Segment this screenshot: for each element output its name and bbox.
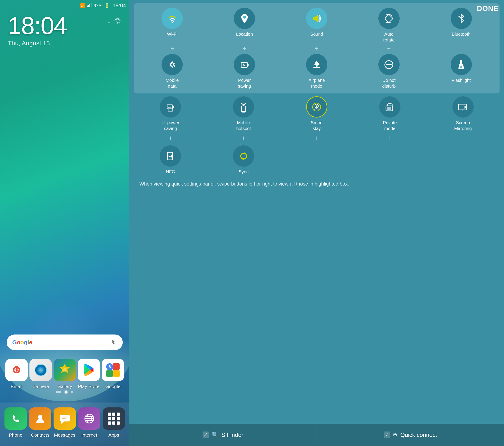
svg-rect-1 bbox=[88, 5, 89, 7]
upowersaving-toggle-icon: ... bbox=[160, 96, 181, 118]
plus-2[interactable]: + bbox=[231, 45, 258, 52]
dock-apps[interactable]: Apps bbox=[103, 407, 125, 438]
wifi-status-icon: 📶 bbox=[80, 3, 85, 8]
search-bar[interactable]: Google 🎙 bbox=[7, 335, 123, 350]
qs-autorotate[interactable]: Auto rotate bbox=[376, 8, 402, 43]
internet-label: Internet bbox=[81, 432, 97, 438]
qs-privatemode[interactable]: Private mode bbox=[376, 96, 403, 131]
plus-r3-4[interactable]: + bbox=[376, 135, 403, 142]
plus-r3-2[interactable]: + bbox=[230, 135, 257, 142]
qs-nfc[interactable]: NFC bbox=[157, 145, 184, 175]
playstore-icon bbox=[78, 359, 100, 381]
page-dot-2 bbox=[64, 391, 68, 394]
quickconnect-button[interactable]: ✓ ❄ Quick connect bbox=[317, 424, 504, 446]
upowersaving-label: U. power saving bbox=[162, 120, 179, 131]
qs-sound[interactable]: Sound bbox=[303, 8, 330, 37]
autorotate-toggle-icon bbox=[378, 8, 400, 29]
svg-text:G: G bbox=[115, 364, 117, 367]
sync-label: Sync bbox=[238, 169, 248, 175]
qs-flashlight[interactable]: Flashlight bbox=[448, 54, 475, 83]
page-dot-3 bbox=[71, 391, 73, 393]
microphone-icon[interactable]: 🎙 bbox=[111, 339, 117, 346]
svg-rect-19 bbox=[113, 370, 120, 377]
app-gallery[interactable]: Gallery bbox=[54, 359, 76, 389]
svg-point-14 bbox=[63, 368, 67, 372]
plus-1[interactable]: + bbox=[159, 45, 186, 52]
qs-donotdisturb[interactable]: Do not disturb bbox=[376, 54, 402, 89]
apps-label: Apps bbox=[108, 432, 119, 438]
svg-rect-62 bbox=[387, 107, 391, 110]
svg-rect-0 bbox=[87, 5, 88, 7]
google-app-label: Google bbox=[105, 384, 121, 389]
quickconnect-label: Quick connect bbox=[400, 431, 437, 438]
qs-smartstay[interactable]: Smart stay bbox=[303, 96, 330, 131]
svg-text:@: @ bbox=[14, 367, 19, 372]
email-label: Email bbox=[11, 384, 22, 389]
dock-messages[interactable]: Messages bbox=[54, 407, 76, 438]
svg-rect-50 bbox=[173, 106, 174, 108]
qs-wifi[interactable]: Wi-Fi bbox=[159, 8, 186, 37]
svg-point-60 bbox=[316, 105, 317, 106]
google-app-icon: 8 G bbox=[102, 359, 124, 381]
sound-toggle-icon bbox=[306, 8, 327, 29]
phone-icon bbox=[4, 407, 27, 430]
dock-internet[interactable]: Internet bbox=[78, 407, 100, 438]
clock-date: Thu, August 13 bbox=[8, 40, 67, 47]
contacts-icon bbox=[29, 407, 51, 430]
dock-phone[interactable]: Phone bbox=[4, 407, 27, 438]
sfinder-button[interactable]: ✓ 🔍 S Finder bbox=[129, 424, 317, 446]
page-dot-1 bbox=[56, 391, 61, 393]
svg-rect-18 bbox=[106, 370, 113, 377]
dock-contacts[interactable]: Contacts bbox=[29, 407, 51, 438]
clock-widget: 18:04 Thu, August 13 bbox=[8, 13, 67, 47]
smartstay-toggle-icon bbox=[306, 96, 327, 118]
info-text: When viewing quick settings panel, swipe… bbox=[134, 177, 500, 191]
qs-bluetooth[interactable]: Bluetooth bbox=[448, 8, 475, 37]
svg-marker-33 bbox=[313, 15, 318, 22]
svg-text:...: ... bbox=[170, 109, 171, 111]
location-toggle-icon bbox=[234, 8, 255, 29]
contacts-label: Contacts bbox=[31, 432, 50, 438]
internet-icon bbox=[78, 407, 100, 430]
app-email[interactable]: @ Email bbox=[5, 359, 28, 389]
plus-r3-1[interactable]: + bbox=[157, 135, 184, 142]
donotdisturb-toggle-icon bbox=[378, 54, 400, 75]
weather-add-icon: + bbox=[108, 20, 110, 25]
qs-row-4: NFC Sync bbox=[134, 144, 500, 176]
done-button[interactable]: DONE bbox=[477, 4, 498, 13]
airplanemode-toggle-icon bbox=[306, 54, 327, 75]
wifi-toggle-icon bbox=[162, 8, 183, 29]
qs-plus-row-3: + + + + bbox=[134, 134, 500, 142]
mobilehotspot-toggle-icon bbox=[233, 96, 254, 118]
qs-sync[interactable]: Sync bbox=[230, 145, 257, 175]
google-logo: Google bbox=[12, 339, 32, 346]
qs-screenmirroring[interactable]: Screen Mirroring bbox=[450, 96, 476, 131]
qs-airplanemode[interactable]: Airplane mode bbox=[303, 54, 330, 89]
svg-rect-39 bbox=[247, 64, 249, 66]
mobilehotspot-label: Mobile hotspot bbox=[236, 120, 251, 131]
weather-widget[interactable]: + bbox=[108, 17, 124, 29]
plus-r3-3[interactable]: + bbox=[303, 135, 330, 142]
qs-mobilehotspot[interactable]: Mobile hotspot bbox=[230, 96, 257, 131]
bottom-bar: ✓ 🔍 S Finder ✓ ❄ Quick connect bbox=[129, 424, 504, 446]
plus-3[interactable]: + bbox=[303, 45, 330, 52]
qs-location[interactable]: Location bbox=[231, 8, 258, 37]
qs-powersaving[interactable]: Power saving bbox=[231, 54, 258, 89]
plus-4[interactable]: + bbox=[376, 45, 402, 52]
qs-mobiledata[interactable]: Mobile data bbox=[159, 54, 186, 89]
playstore-label: Play Store bbox=[78, 384, 100, 389]
app-camera[interactable]: Camera bbox=[29, 359, 52, 389]
sound-label: Sound bbox=[310, 31, 323, 37]
camera-label: Camera bbox=[32, 384, 49, 389]
battery-percent: 67% bbox=[93, 3, 102, 8]
qs-upowersaving[interactable]: ... U. power saving bbox=[157, 96, 184, 131]
svg-point-21 bbox=[38, 415, 42, 419]
quickconnect-check: ✓ bbox=[384, 431, 390, 438]
svg-rect-3 bbox=[90, 3, 91, 7]
mobiledata-label: Mobile data bbox=[165, 77, 179, 89]
messages-label: Messages bbox=[54, 432, 75, 438]
app-google[interactable]: 8 G Google bbox=[102, 359, 124, 389]
app-playstore[interactable]: Play Store bbox=[78, 359, 100, 389]
smartstay-label: Smart stay bbox=[311, 120, 323, 131]
search-bottom-icon: 🔍 bbox=[212, 431, 219, 438]
